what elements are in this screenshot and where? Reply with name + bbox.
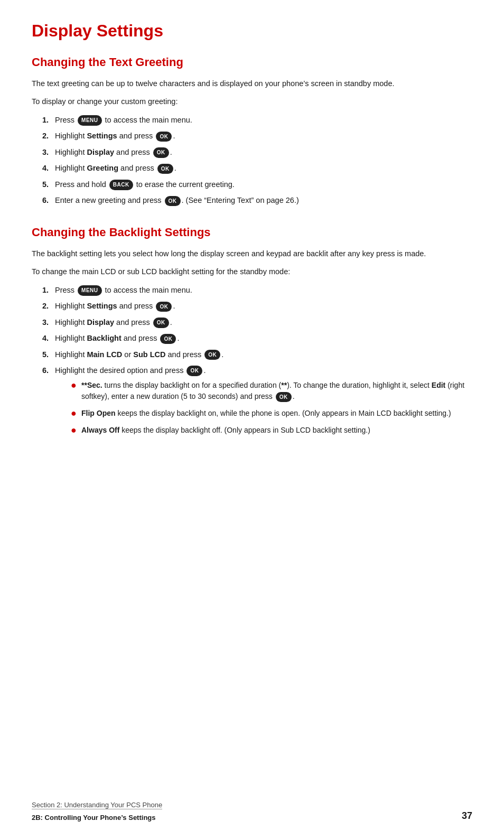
intro-text-2: To display or change your custom greetin… bbox=[32, 96, 472, 107]
step-3-backlight: 3. Highlight Display and press OK. bbox=[42, 316, 472, 328]
menu-button-icon: MENU bbox=[78, 285, 101, 296]
step-5-backlight: 5. Highlight Main LCD or Sub LCD and pre… bbox=[42, 349, 472, 360]
step-num: 6. bbox=[42, 365, 52, 376]
step-num: 2. bbox=[42, 130, 52, 142]
step-1-greeting: 1. Press MENU to access the main menu. bbox=[42, 114, 472, 126]
footer: Section 2: Understanding Your PCS Phone … bbox=[32, 801, 472, 822]
steps-list-backlight: 1. Press MENU to access the main menu. 2… bbox=[42, 284, 472, 442]
ok-button-icon: OK bbox=[153, 147, 169, 158]
steps-list-greeting: 1. Press MENU to access the main menu. 2… bbox=[42, 114, 472, 207]
footer-divider bbox=[32, 809, 162, 809]
step-content: Highlight the desired option and press O… bbox=[55, 365, 472, 441]
ok-button-icon: OK bbox=[160, 334, 176, 344]
flip-open-bold: Flip Open bbox=[81, 409, 116, 417]
step-content: Highlight Backlight and press OK. bbox=[55, 332, 472, 344]
bullet-dot-icon: ● bbox=[71, 380, 77, 391]
step-num: 1. bbox=[42, 284, 52, 296]
ok-button-icon: OK bbox=[186, 366, 202, 376]
footer-section-sub: 2B: Controlling Your Phone’s Settings bbox=[32, 814, 156, 822]
step-num: 3. bbox=[42, 146, 52, 158]
step-bold-main-lcd: Main LCD bbox=[87, 350, 122, 359]
step-content: Press and hold BACK to erase the current… bbox=[55, 179, 472, 190]
bullet-content-sec: **Sec. turns the display backlight on fo… bbox=[81, 380, 472, 403]
footer-page-number: 37 bbox=[462, 810, 472, 822]
step-2-backlight: 2. Highlight Settings and press OK. bbox=[42, 300, 472, 312]
back-button-icon: BACK bbox=[109, 180, 133, 190]
step-content: Highlight Main LCD or Sub LCD and press … bbox=[55, 349, 472, 360]
sec-asterisk: ** bbox=[281, 381, 287, 389]
ok-button-icon: OK bbox=[276, 392, 292, 403]
step-bold: Display bbox=[87, 318, 114, 326]
step-num: 1. bbox=[42, 114, 52, 126]
step-6-greeting: 6. Enter a new greeting and press OK. (S… bbox=[42, 194, 472, 206]
step-bold-sub-lcd: Sub LCD bbox=[133, 350, 165, 359]
bullet-dot-icon: ● bbox=[71, 408, 77, 419]
section-title-text-greeting: Changing the Text Greeting bbox=[32, 55, 472, 69]
ok-button-icon: OK bbox=[153, 318, 169, 328]
step-6-backlight: 6. Highlight the desired option and pres… bbox=[42, 365, 472, 441]
step-num: 5. bbox=[42, 349, 52, 360]
step-bold: Display bbox=[87, 148, 114, 156]
step-content: Highlight Display and press OK. bbox=[55, 146, 472, 158]
ok-button-icon: OK bbox=[156, 132, 172, 142]
bullet-list-options: ● **Sec. turns the display backlight on … bbox=[71, 380, 472, 436]
section-title-backlight: Changing the Backlight Settings bbox=[32, 226, 472, 239]
step-bold: Settings bbox=[87, 302, 117, 310]
ok-button-icon: OK bbox=[165, 196, 181, 207]
backlight-intro-2: To change the main LCD or sub LCD backli… bbox=[32, 266, 472, 277]
step-content: Highlight Greeting and press OK. bbox=[55, 162, 472, 174]
page-title: Display Settings bbox=[32, 21, 472, 41]
step-num: 4. bbox=[42, 332, 52, 344]
step-bold: Backlight bbox=[87, 334, 121, 342]
step-num: 4. bbox=[42, 162, 52, 174]
step-content: Highlight Display and press OK. bbox=[55, 316, 472, 328]
step-bold: Greeting bbox=[87, 164, 118, 172]
step-2-greeting: 2. Highlight Settings and press OK. bbox=[42, 130, 472, 142]
bullet-item-sec: ● **Sec. turns the display backlight on … bbox=[71, 380, 472, 403]
step-content: Highlight Settings and press OK. bbox=[55, 130, 472, 142]
step-num: 6. bbox=[42, 194, 52, 206]
section-backlight-settings: Changing the Backlight Settings The back… bbox=[32, 226, 472, 442]
step-num: 2. bbox=[42, 300, 52, 312]
step-num: 5. bbox=[42, 179, 52, 190]
menu-button-icon: MENU bbox=[78, 115, 101, 126]
step-content: Enter a new greeting and press OK. (See … bbox=[55, 194, 472, 206]
always-off-bold: Always Off bbox=[81, 426, 119, 434]
step-content: Press MENU to access the main menu. bbox=[55, 114, 472, 126]
step-3-greeting: 3. Highlight Display and press OK. bbox=[42, 146, 472, 158]
step-content: Highlight Settings and press OK. bbox=[55, 300, 472, 312]
bullet-dot-icon: ● bbox=[71, 425, 77, 436]
ok-button-icon: OK bbox=[157, 164, 173, 174]
bullet-content-always-off: Always Off keeps the display backlight o… bbox=[81, 425, 472, 436]
edit-bold: Edit bbox=[432, 381, 445, 389]
sec-bold: **Sec. bbox=[81, 381, 102, 389]
footer-left: Section 2: Understanding Your PCS Phone … bbox=[32, 801, 162, 822]
step-4-backlight: 4. Highlight Backlight and press OK. bbox=[42, 332, 472, 344]
step-bold: Settings bbox=[87, 132, 117, 140]
step-1-backlight: 1. Press MENU to access the main menu. bbox=[42, 284, 472, 296]
bullet-item-flip-open: ● Flip Open keeps the display backlight … bbox=[71, 408, 472, 419]
section-text-greeting: Changing the Text Greeting The text gree… bbox=[32, 55, 472, 207]
step-4-greeting: 4. Highlight Greeting and press OK. bbox=[42, 162, 472, 174]
step-content: Press MENU to access the main menu. bbox=[55, 284, 472, 296]
step-num: 3. bbox=[42, 316, 52, 328]
bullet-item-always-off: ● Always Off keeps the display backlight… bbox=[71, 425, 472, 436]
intro-text-1: The text greeting can be up to twelve ch… bbox=[32, 78, 472, 89]
bullet-content-flip: Flip Open keeps the display backlight on… bbox=[81, 408, 472, 419]
ok-button-icon: OK bbox=[156, 302, 172, 312]
backlight-intro-1: The backlight setting lets you select ho… bbox=[32, 248, 472, 259]
step-5-greeting: 5. Press and hold BACK to erase the curr… bbox=[42, 179, 472, 190]
footer-section-label: Section 2: Understanding Your PCS Phone bbox=[32, 801, 162, 809]
ok-button-icon: OK bbox=[204, 350, 220, 360]
